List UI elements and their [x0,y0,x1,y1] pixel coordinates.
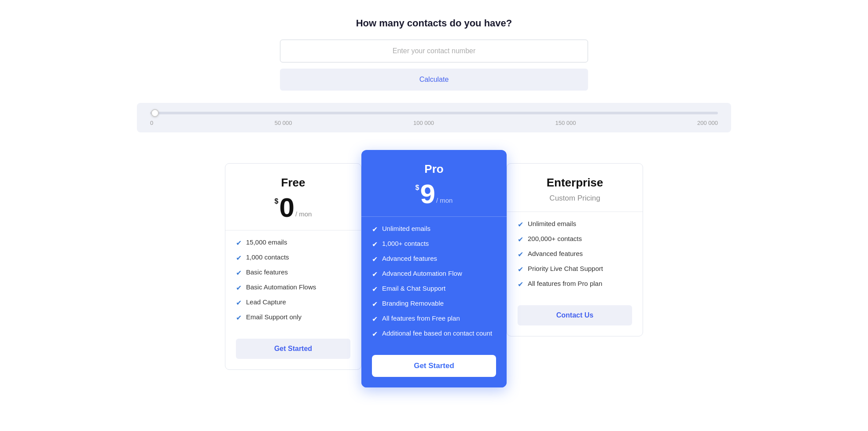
check-icon: ✔ [372,330,378,338]
list-item: ✔ Lead Capture [236,298,350,307]
pro-plan-footer: Get Started [361,355,507,387]
free-plan-footer: Get Started [225,339,361,369]
check-icon: ✔ [518,235,523,244]
free-plan-card: Free $ 0 / mon ✔ 15,000 emails ✔ 1,000 c… [225,163,361,370]
pro-price-amount: 9 [420,180,435,208]
feature-label: 1,000 contacts [246,253,289,261]
enterprise-plan-footer: Contact Us [507,305,643,336]
list-item: ✔ Priority Live Chat Support [518,265,632,274]
check-icon: ✔ [236,314,242,322]
slider-container: 0 50 000 100 000 150 000 200 000 [137,103,731,132]
contact-input[interactable] [280,40,588,62]
check-icon: ✔ [518,265,523,274]
slider-label-50k: 50 000 [275,120,292,126]
feature-label: 15,000 emails [246,238,287,246]
check-icon: ✔ [372,225,378,234]
slider-thumb[interactable] [151,109,159,117]
free-plan-features: ✔ 15,000 emails ✔ 1,000 contacts ✔ Basic… [225,230,361,339]
list-item: ✔ 1,000 contacts [236,253,350,262]
pro-plan-name: Pro [374,162,494,176]
feature-label: Unlimited emails [382,225,430,232]
enterprise-plan-header: Enterprise Custom Pricing [507,164,643,212]
enterprise-plan-name: Enterprise [519,176,630,190]
list-item: ✔ All features from Free plan [372,314,496,323]
check-icon: ✔ [518,220,523,229]
pro-price-period: / mon [436,197,453,204]
list-item: ✔ Advanced features [518,250,632,259]
free-price-amount: 0 [279,194,294,221]
check-icon: ✔ [372,240,378,248]
check-icon: ✔ [236,299,242,307]
list-item: ✔ Basic features [236,268,350,277]
list-item: ✔ All features from Pro plan [518,280,632,289]
pro-plan-header: Pro $ 9 / mon [361,150,507,216]
list-item: ✔ Unlimited emails [518,220,632,229]
feature-label: Advanced features [382,255,437,262]
free-plan-price: $ 0 / mon [238,194,349,221]
list-item: ✔ Advanced Automation Flow [372,270,496,278]
slider-label-0: 0 [150,120,153,126]
feature-label: Branding Removable [382,300,444,307]
list-item: ✔ Additional fee based on contact count [372,329,496,338]
list-item: ✔ Advanced features [372,255,496,263]
check-icon: ✔ [236,254,242,262]
list-item: ✔ 15,000 emails [236,238,350,247]
feature-label: 200,000+ contacts [528,235,582,242]
enterprise-plan-card: Enterprise Custom Pricing ✔ Unlimited em… [507,163,643,336]
pricing-section: Free $ 0 / mon ✔ 15,000 emails ✔ 1,000 c… [137,150,731,387]
feature-label: All features from Pro plan [528,280,602,287]
list-item: ✔ 200,000+ contacts [518,235,632,244]
feature-label: Basic Automation Flows [246,283,316,291]
check-icon: ✔ [236,269,242,277]
slider-label-100k: 100 000 [413,120,434,126]
slider-labels: 0 50 000 100 000 150 000 200 000 [150,120,718,126]
check-icon: ✔ [372,285,378,293]
feature-label: All features from Free plan [382,314,460,322]
check-icon: ✔ [236,284,242,292]
feature-label: 1,000+ contacts [382,240,429,247]
list-item: ✔ Branding Removable [372,300,496,308]
enterprise-contact-us-button[interactable]: Contact Us [518,305,632,325]
list-item: ✔ Unlimited emails [372,225,496,234]
feature-label: Advanced Automation Flow [382,270,462,277]
feature-label: Unlimited emails [528,220,576,227]
check-icon: ✔ [372,315,378,323]
feature-label: Advanced features [528,250,583,257]
slider-label-150k: 150 000 [555,120,576,126]
slider-label-200k: 200 000 [697,120,718,126]
free-price-period: / mon [295,210,312,218]
list-item: ✔ Email & Chat Support [372,285,496,293]
free-plan-header: Free $ 0 / mon [225,164,361,230]
check-icon: ✔ [518,280,523,289]
pro-plan-card: Pro $ 9 / mon ✔ Unlimited emails ✔ 1,000… [361,150,507,387]
page-title: How many contacts do you have? [356,18,512,29]
enterprise-plan-features: ✔ Unlimited emails ✔ 200,000+ contacts ✔… [507,212,643,305]
pro-get-started-button[interactable]: Get Started [372,355,496,377]
calculate-button[interactable]: Calculate [280,69,588,91]
list-item: ✔ 1,000+ contacts [372,240,496,248]
pro-price-symbol: $ [416,184,419,192]
feature-label: Basic features [246,268,288,276]
check-icon: ✔ [518,250,523,259]
pro-plan-features: ✔ Unlimited emails ✔ 1,000+ contacts ✔ A… [361,216,507,355]
feature-label: Lead Capture [246,298,286,306]
check-icon: ✔ [372,255,378,263]
feature-label: Email Support only [246,313,302,321]
free-get-started-button[interactable]: Get Started [236,339,350,359]
check-icon: ✔ [372,300,378,308]
enterprise-custom-pricing: Custom Pricing [519,194,630,203]
list-item: ✔ Basic Automation Flows [236,283,350,292]
list-item: ✔ Email Support only [236,313,350,322]
free-plan-name: Free [238,176,349,190]
feature-label: Additional fee based on contact count [382,329,492,337]
slider-track[interactable] [150,112,718,114]
pro-plan-price: $ 9 / mon [374,180,494,208]
feature-label: Email & Chat Support [382,285,445,292]
feature-label: Priority Live Chat Support [528,265,603,272]
free-price-symbol: $ [275,197,279,205]
check-icon: ✔ [236,239,242,247]
check-icon: ✔ [372,270,378,278]
